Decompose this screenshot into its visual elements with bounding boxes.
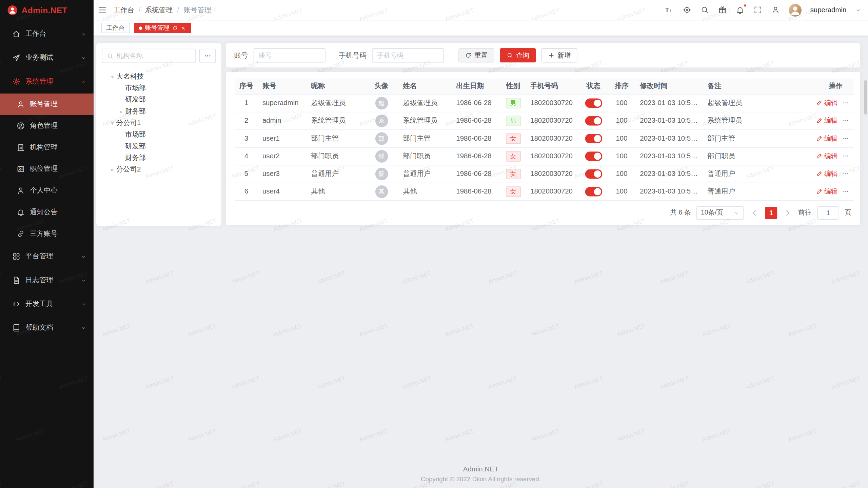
search-icon[interactable] xyxy=(700,5,709,14)
toggle-knob xyxy=(594,135,601,142)
tab-label: 账号管理 xyxy=(145,24,170,32)
avatar[interactable] xyxy=(789,4,802,17)
cell-nickname: 其他 xyxy=(307,183,364,200)
tree-node[interactable]: 市场部 xyxy=(102,129,216,140)
edit-button[interactable]: 编辑 xyxy=(816,187,838,196)
topbar: 工作台 / 系统管理 / 账号管理 Tr superadmin xyxy=(94,0,868,20)
org-search-input[interactable] xyxy=(116,52,191,60)
username[interactable]: superadmin xyxy=(810,6,847,14)
page-size-select[interactable]: 10条/页 xyxy=(696,206,744,219)
sidebar-item-system-management[interactable]: 系统管理 xyxy=(0,70,94,94)
tab-close-icon[interactable] xyxy=(180,25,186,30)
gender-tag: 女 xyxy=(506,133,520,144)
avatar-person-icon xyxy=(789,4,802,17)
user-menu-chevron-down-icon[interactable] xyxy=(855,7,861,13)
tree-caret-icon[interactable]: ▾ xyxy=(108,74,116,80)
prev-page-button[interactable] xyxy=(750,208,760,218)
status-toggle[interactable] xyxy=(585,98,602,108)
tree-node[interactable]: ▸财务部 xyxy=(102,106,216,117)
row-more-button[interactable] xyxy=(843,169,849,178)
cell-modified: 2023-01-03 10:59:44 xyxy=(635,147,703,165)
sidebar-item-dev-tools[interactable]: 开发工具 xyxy=(0,292,94,316)
tree-caret-icon[interactable]: ▾ xyxy=(108,120,116,126)
sidebar-item-help-docs[interactable]: 帮助文档 xyxy=(0,316,94,340)
edit-button[interactable]: 编辑 xyxy=(816,169,838,179)
search-button[interactable]: 查询 xyxy=(500,48,536,62)
tree-node[interactable]: 研发部 xyxy=(102,141,216,152)
breadcrumb-item-system[interactable]: 系统管理 xyxy=(145,5,173,15)
sidebar-item-notice[interactable]: 通知公告 xyxy=(0,201,94,223)
cell-birthday: 1986-06-28 xyxy=(452,112,500,129)
tree-node-label: 财务部 xyxy=(125,107,146,116)
tree-node[interactable]: 财务部 xyxy=(102,152,216,164)
row-more-button[interactable] xyxy=(843,187,849,196)
tree-node[interactable]: ▾分公司1 xyxy=(102,117,216,129)
menu-collapse-icon[interactable] xyxy=(98,5,107,14)
status-toggle[interactable] xyxy=(585,134,602,143)
tree-node[interactable]: ▸分公司2 xyxy=(102,164,216,175)
tree-more-button[interactable] xyxy=(199,49,216,63)
cell-remark: 超级管理员 xyxy=(703,94,811,112)
notification-bell-icon[interactable] xyxy=(735,5,744,14)
column-header: 昵称 xyxy=(307,79,364,94)
row-more-button[interactable] xyxy=(843,99,849,107)
edit-button-label: 编辑 xyxy=(824,151,837,161)
goto-page-input[interactable] xyxy=(817,206,839,219)
column-header: 操作 xyxy=(811,79,853,94)
sidebar-item-role-management[interactable]: 角色管理 xyxy=(0,115,94,137)
user-setting-icon[interactable] xyxy=(771,5,780,14)
accounts-table: 序号账号昵称头像姓名出生日期性别手机号码状态排序修改时间备注操作 1supera… xyxy=(235,79,853,201)
chevron-down-icon xyxy=(81,278,86,283)
cell-birthday: 1986-06-28 xyxy=(452,165,500,183)
tab-workbench[interactable]: 工作台 xyxy=(101,23,130,33)
toggle-knob xyxy=(594,99,601,106)
sidebar-item-org-management[interactable]: 机构管理 xyxy=(0,137,94,158)
cell-avatar: 其 xyxy=(364,183,398,200)
row-more-button[interactable] xyxy=(843,134,849,143)
sidebar-item-log-management[interactable]: 日志管理 xyxy=(0,268,94,292)
cell-gender: 女 xyxy=(500,129,526,147)
status-toggle[interactable] xyxy=(585,187,602,196)
sidebar-item-platform-management[interactable]: 平台管理 xyxy=(0,245,94,268)
sidebar-item-position-management[interactable]: 职位管理 xyxy=(0,158,94,180)
table-body: 1superadmin超级管理员超超级管理员1986-06-28男1802003… xyxy=(235,94,853,200)
fullscreen-icon[interactable] xyxy=(753,5,762,14)
add-button[interactable]: 新增 xyxy=(541,48,577,62)
edit-button-label: 编辑 xyxy=(824,187,837,196)
gift-icon[interactable] xyxy=(718,5,727,14)
edit-button[interactable]: 编辑 xyxy=(816,116,838,125)
reset-button[interactable]: 重置 xyxy=(458,48,494,62)
tree-node[interactable]: 研发部 xyxy=(102,94,216,106)
tree-node[interactable]: 市场部 xyxy=(102,82,216,94)
font-size-icon[interactable]: Tr xyxy=(665,5,673,14)
breadcrumb-item-workbench[interactable]: 工作台 xyxy=(114,5,134,15)
account-input[interactable] xyxy=(254,48,326,62)
row-more-button[interactable] xyxy=(843,151,849,160)
sidebar-item-account-management[interactable]: 账号管理 xyxy=(0,94,94,115)
status-toggle[interactable] xyxy=(585,151,602,161)
tree-caret-icon[interactable]: ▸ xyxy=(117,108,125,115)
tree-caret-icon[interactable]: ▸ xyxy=(108,166,116,172)
edit-button-label: 编辑 xyxy=(824,98,837,108)
status-toggle[interactable] xyxy=(585,169,602,179)
row-more-button[interactable] xyxy=(843,116,849,125)
edit-button[interactable]: 编辑 xyxy=(816,134,838,143)
sidebar-item-business-test[interactable]: 业务测试 xyxy=(0,46,94,70)
edit-button[interactable]: 编辑 xyxy=(816,151,838,161)
tab-account-management[interactable]: 账号管理 xyxy=(134,23,191,33)
next-page-button[interactable] xyxy=(783,208,793,218)
scrollbar-thumb[interactable] xyxy=(864,80,867,115)
edit-button[interactable]: 编辑 xyxy=(816,98,838,108)
current-page-button[interactable]: 1 xyxy=(765,207,777,219)
sidebar-item-personal-center[interactable]: 个人中心 xyxy=(0,180,94,202)
account-label: 账号 xyxy=(234,50,248,60)
status-toggle[interactable] xyxy=(585,116,602,125)
logo[interactable]: Admin.NET xyxy=(0,0,94,20)
tab-refresh-icon[interactable] xyxy=(172,25,178,30)
phone-input[interactable] xyxy=(372,48,444,62)
locate-icon[interactable] xyxy=(683,5,691,14)
cell-status xyxy=(579,94,608,112)
tree-node[interactable]: ▾大名科技 xyxy=(102,71,216,82)
sidebar-item-third-account[interactable]: 三方账号 xyxy=(0,223,94,245)
sidebar-item-workbench[interactable]: 工作台 xyxy=(0,22,94,46)
